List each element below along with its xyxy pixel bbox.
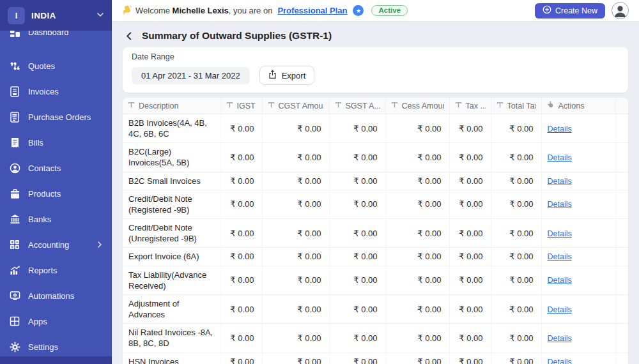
sidebar-item-label: Banks	[28, 215, 103, 224]
cell-total-tax: ₹ 0.00	[491, 219, 541, 248]
chevron-down-icon	[96, 10, 104, 21]
cell-cess: ₹ 0.00	[385, 294, 449, 323]
cell-sgst: ₹ 0.00	[329, 114, 385, 143]
sidebar-item-invoices[interactable]: Invoices	[0, 79, 112, 104]
filter-icon[interactable]	[128, 102, 135, 110]
plan-status-badge: Active	[371, 5, 408, 16]
org-switcher[interactable]: I INDIA	[0, 0, 112, 31]
cell-igst: ₹ 0.00	[220, 114, 262, 143]
sidebar-nav: Dashboard Quotes Invoices PO Purchase Or…	[0, 31, 112, 356]
column-header-total-tax: Total Tax...	[491, 98, 541, 114]
sidebar-item-bills[interactable]: Bills	[0, 130, 112, 155]
cell-actions: Details	[541, 172, 615, 190]
filter-icon[interactable]	[497, 102, 504, 110]
cell-igst: ₹ 0.00	[220, 143, 262, 172]
column-header-description: Description	[123, 98, 220, 114]
cell-igst: ₹ 0.00	[220, 190, 262, 218]
cell-tax: ₹ 0.00	[449, 143, 491, 172]
sidebar-item-contacts[interactable]: Contacts	[0, 155, 112, 181]
cell-total-tax: ₹ 0.00	[491, 114, 541, 143]
sidebar-item-settings[interactable]: Settings	[0, 334, 112, 356]
details-link[interactable]: Details	[548, 153, 572, 162]
column-header-cgst: CGST Amou...	[262, 98, 329, 114]
cell-description: Tax Liability(Advance Received)	[123, 266, 220, 294]
table-row: B2B Invoices(4A, 4B, 4C, 6B, 6C ₹ 0.00 ₹…	[123, 114, 628, 143]
details-link[interactable]: Details	[548, 252, 572, 261]
column-header-actions: Actions	[541, 98, 615, 114]
sidebar-item-label: Accounting	[28, 240, 96, 250]
sidebar-item-purchase-orders[interactable]: PO Purchase Orders	[0, 104, 112, 130]
bills-icon	[9, 137, 20, 148]
cell-cgst: ₹ 0.00	[262, 353, 329, 364]
sidebar-item-automations[interactable]: Automations	[0, 283, 112, 308]
cell-description: HSN Invoices	[123, 353, 220, 364]
cell-actions: Details	[541, 324, 615, 353]
cell-tax: ₹ 0.00	[449, 190, 491, 218]
cell-total-tax: ₹ 0.00	[491, 294, 541, 323]
back-button[interactable]	[123, 30, 135, 42]
cell-total-tax: ₹ 0.00	[491, 353, 541, 364]
column-header-tax: Tax ...	[449, 98, 491, 114]
cell-cess: ₹ 0.00	[385, 353, 449, 364]
export-icon	[268, 70, 277, 81]
user-avatar[interactable]	[612, 2, 629, 19]
automations-icon	[9, 290, 20, 301]
export-label: Export	[282, 71, 306, 80]
filter-icon[interactable]	[268, 102, 275, 110]
cell-description: Credit/Debit Note (Unregistered -9B)	[123, 219, 220, 248]
table-row: Credit/Debit Note (Registered -9B) ₹ 0.0…	[123, 190, 628, 218]
cell-spacer	[615, 190, 628, 218]
cell-total-tax: ₹ 0.00	[491, 324, 541, 353]
cell-sgst: ₹ 0.00	[329, 324, 385, 353]
org-logo: I	[8, 7, 25, 24]
details-link[interactable]: Details	[548, 358, 572, 364]
cell-igst: ₹ 0.00	[220, 324, 262, 353]
export-button[interactable]: Export	[259, 66, 315, 85]
plan-link[interactable]: Professional Plan	[277, 6, 347, 15]
cell-spacer	[615, 248, 628, 266]
date-range-input[interactable]: 01 Apr 2021 - 31 Mar 2022	[132, 67, 250, 84]
filter-icon[interactable]	[391, 102, 398, 110]
details-link[interactable]: Details	[548, 125, 572, 133]
sidebar-item-accounting[interactable]: Accounting	[0, 232, 112, 257]
apps-icon	[9, 315, 20, 327]
sidebar-item-reports[interactable]: Reports	[0, 257, 112, 283]
cell-actions: Details	[541, 143, 615, 172]
cell-description: Nil Rated Invoices -8A, 8B, 8C, 8D	[123, 324, 220, 353]
gstr1-summary-table: Description IGST ... CGST Amou... SGST A…	[123, 98, 628, 364]
sidebar-item-apps[interactable]: Apps	[0, 308, 112, 334]
details-link[interactable]: Details	[548, 229, 572, 238]
sidebar-item-label: Contacts	[28, 163, 103, 173]
cell-spacer	[615, 353, 628, 364]
cell-cgst: ₹ 0.00	[262, 219, 329, 248]
sidebar-item-products[interactable]: Products	[0, 181, 112, 206]
sidebar-item-label: Products	[28, 189, 103, 199]
filter-icon[interactable]	[335, 102, 342, 110]
cell-cess: ₹ 0.00	[385, 324, 449, 353]
filter-icon[interactable]	[226, 102, 233, 110]
table-body: B2B Invoices(4A, 4B, 4C, 6B, 6C ₹ 0.00 ₹…	[123, 114, 628, 364]
cell-total-tax: ₹ 0.00	[491, 248, 541, 266]
sidebar-item-quotes[interactable]: Quotes	[0, 53, 112, 79]
details-link[interactable]: Details	[548, 200, 572, 209]
cell-cgst: ₹ 0.00	[262, 266, 329, 294]
cell-sgst: ₹ 0.00	[329, 353, 385, 364]
details-link[interactable]: Details	[548, 177, 572, 186]
sidebar-item-label: Settings	[28, 342, 103, 352]
settings-icon	[9, 341, 20, 353]
org-name: INDIA	[31, 11, 96, 20]
cell-spacer	[615, 172, 628, 190]
sidebar-item-dashboard[interactable]: Dashboard	[0, 31, 112, 45]
details-link[interactable]: Details	[548, 276, 572, 285]
cell-igst: ₹ 0.00	[220, 353, 262, 364]
sidebar-item-label: Bills	[28, 138, 103, 148]
cell-cgst: ₹ 0.00	[262, 324, 329, 353]
cell-cgst: ₹ 0.00	[262, 114, 329, 143]
invoices-icon	[9, 86, 20, 97]
create-new-button[interactable]: Create New	[535, 3, 605, 19]
details-link[interactable]: Details	[548, 305, 572, 314]
details-link[interactable]: Details	[548, 334, 572, 343]
cell-spacer	[615, 114, 628, 143]
filter-icon[interactable]	[455, 102, 462, 110]
sidebar-item-banks[interactable]: Banks	[0, 206, 112, 232]
